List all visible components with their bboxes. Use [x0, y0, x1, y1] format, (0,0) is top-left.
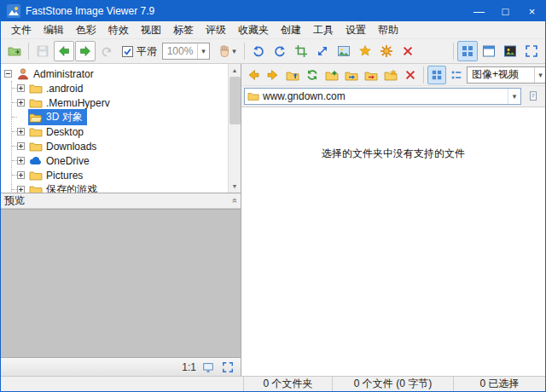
tree-item-3d-objects[interactable]: 3D 对象: [12, 110, 228, 124]
thumbnails-view-button[interactable]: [427, 66, 446, 84]
smooth-checkbox[interactable]: [122, 46, 133, 57]
details-view-button[interactable]: [447, 66, 466, 84]
expand-icon[interactable]: [17, 128, 25, 135]
new-folder-button[interactable]: [322, 66, 341, 84]
file-browser-content[interactable]: 选择的文件夹中没有支持的文件: [241, 107, 545, 376]
scrollbar-thumb[interactable]: [229, 77, 241, 124]
zoom-combobox[interactable]: 100% ▾: [162, 43, 210, 60]
menu-help[interactable]: 帮助: [372, 21, 404, 39]
history-back-button[interactable]: [244, 66, 263, 84]
status-selected-count: 0 已选择: [453, 377, 545, 391]
delete-file-button[interactable]: [401, 66, 420, 84]
scrollbar-track[interactable]: [229, 77, 241, 180]
effects-button[interactable]: [355, 41, 375, 61]
tree-item-android[interactable]: .android: [12, 81, 228, 95]
favorites-folder-button[interactable]: [381, 66, 400, 84]
menu-rating[interactable]: 评级: [200, 21, 232, 39]
copy-to-folder-button[interactable]: [342, 66, 361, 84]
zoom-dropdown-icon[interactable]: ▾: [197, 43, 209, 59]
tree-item-pictures[interactable]: Pictures: [12, 168, 228, 182]
menu-edit[interactable]: 编辑: [38, 21, 70, 39]
clipboard-button[interactable]: [524, 87, 543, 106]
save-button[interactable]: [32, 41, 53, 61]
rotate-left-button[interactable]: [248, 41, 269, 61]
folder-icon: [29, 140, 43, 153]
menu-tag[interactable]: 标签: [167, 21, 200, 39]
resize-button[interactable]: [312, 41, 333, 61]
view-browser-button[interactable]: [457, 41, 478, 61]
close-button[interactable]: ×: [519, 1, 545, 21]
settings-button[interactable]: [376, 41, 397, 61]
delete-button[interactable]: [398, 41, 418, 61]
tree-item-memuhyperv[interactable]: .MemuHyperv: [12, 95, 228, 110]
fit-corners-icon: [525, 44, 538, 58]
expand-icon[interactable]: [17, 171, 25, 179]
thumbnails-view-icon: [461, 44, 474, 58]
expand-icon[interactable]: [17, 99, 25, 107]
crop-button[interactable]: [291, 41, 311, 61]
crop-icon: [294, 44, 308, 58]
preview-monitor-button[interactable]: [200, 360, 216, 375]
menu-effects[interactable]: 特效: [102, 21, 135, 39]
tree-item-desktop[interactable]: Desktop: [12, 124, 228, 139]
address-dropdown-icon[interactable]: ▾: [508, 89, 520, 104]
preview-fit-button[interactable]: [220, 360, 235, 375]
preview-title: 预览: [4, 193, 25, 208]
selected-tree-item[interactable]: 3D 对象: [28, 109, 87, 125]
up-folder-button[interactable]: [283, 66, 302, 84]
tree-item-label: OneDrive: [46, 155, 91, 167]
main-area: Administrator .android: [1, 64, 545, 376]
tree-scrollbar[interactable]: ▲ ▼: [228, 64, 241, 193]
tree-item-label: Downloads: [46, 141, 98, 153]
browse-button[interactable]: [4, 41, 25, 61]
rotate-right-button[interactable]: [270, 41, 290, 61]
move-to-folder-button[interactable]: [362, 66, 380, 84]
address-input[interactable]: www.gndown.com ▾: [244, 88, 521, 105]
menu-file[interactable]: 文件: [5, 21, 38, 39]
expand-icon[interactable]: [17, 142, 25, 150]
expand-icon[interactable]: [17, 157, 25, 164]
tree-item-downloads[interactable]: Downloads: [12, 139, 228, 153]
maximize-button[interactable]: □: [492, 1, 519, 21]
user-icon: [16, 67, 30, 81]
preview-area: [1, 209, 241, 358]
gold-forward-arrow-icon: [266, 68, 280, 82]
menu-color[interactable]: 色彩: [70, 21, 102, 39]
menu-settings[interactable]: 设置: [340, 21, 372, 39]
back-button[interactable]: [54, 41, 74, 61]
scroll-down-icon[interactable]: ▼: [229, 180, 241, 193]
hand-tool-button[interactable]: ▾: [213, 41, 241, 61]
expand-icon[interactable]: [17, 84, 25, 92]
tree-item-saved-games[interactable]: 保存的游戏: [12, 182, 228, 193]
menu-view[interactable]: 视图: [135, 21, 167, 39]
undo-button[interactable]: [96, 41, 117, 61]
menu-favorites[interactable]: 收藏夹: [232, 21, 275, 39]
expand-icon[interactable]: [17, 186, 25, 193]
view-windowed-button[interactable]: [479, 41, 499, 61]
folder-tree[interactable]: Administrator .android: [1, 64, 228, 193]
filter-dropdown-icon[interactable]: ▾: [534, 67, 546, 83]
folder-icon: [247, 90, 259, 102]
collapse-icon[interactable]: [4, 70, 12, 78]
tree-item-administrator[interactable]: Administrator: [4, 66, 228, 81]
menu-create[interactable]: 创建: [275, 21, 307, 39]
adjust-colors-button[interactable]: [334, 41, 354, 61]
view-fullscreen-button[interactable]: [500, 41, 520, 61]
forward-button[interactable]: [75, 41, 96, 61]
tree-item-label: 保存的游戏: [46, 182, 99, 193]
collapse-chevron-icon[interactable]: »: [230, 199, 240, 204]
minimize-button[interactable]: —: [466, 1, 492, 21]
scroll-up-icon[interactable]: ▲: [229, 64, 241, 77]
save-icon: [36, 44, 49, 58]
refresh-icon: [305, 68, 319, 82]
folder-up-icon: [286, 68, 299, 82]
tree-item-onedrive[interactable]: OneDrive: [12, 153, 228, 168]
fit-window-button[interactable]: [521, 41, 542, 61]
thumbnails-view-icon: [431, 69, 443, 81]
file-filter-combobox[interactable]: 图像+视频 ▾: [467, 66, 546, 84]
tree-item-label: Administrator: [33, 68, 96, 80]
refresh-button[interactable]: [303, 66, 322, 84]
folder-browse-icon: [8, 44, 21, 58]
menu-tools[interactable]: 工具: [307, 21, 340, 39]
history-forward-button[interactable]: [264, 66, 282, 84]
